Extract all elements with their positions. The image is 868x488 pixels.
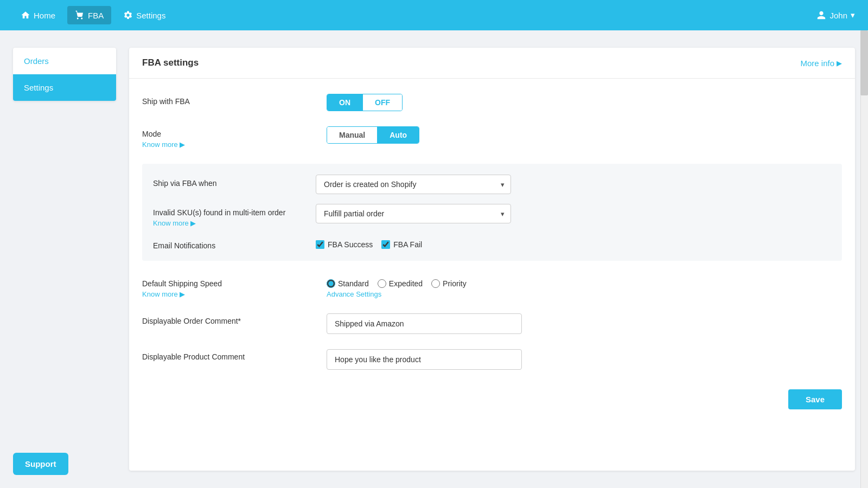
navbar: Home FBA Settings John ▾ [0, 0, 868, 30]
order-comment-row: Displayable Order Comment* [142, 313, 842, 334]
cart-icon [75, 10, 85, 20]
fba-success-checkbox-label[interactable]: FBA Success [316, 240, 373, 249]
mode-label-group: Mode Know more ▶ [142, 126, 327, 149]
ship-with-fba-control: ON OFF [327, 94, 842, 111]
email-notifications-checkboxes: FBA Success FBA Fail [316, 237, 422, 249]
order-comment-label: Displayable Order Comment* [142, 313, 327, 325]
radio-expedited[interactable]: Expedited [378, 279, 423, 288]
nav-fba-label: FBA [88, 11, 104, 20]
nav-fba[interactable]: FBA [67, 6, 111, 24]
more-info-arrow-icon: ▶ [837, 59, 842, 67]
panel-body: Ship with FBA ON OFF Mode Know more ▶ Ma… [129, 79, 855, 425]
radio-standard[interactable]: Standard [327, 279, 369, 288]
shipping-speed-label-group: Default Shipping Speed Know more ▶ [142, 276, 327, 298]
invalid-sku-know-more[interactable]: Know more ▶ [153, 219, 316, 227]
user-dropdown-arrow: ▾ [851, 10, 855, 20]
product-comment-control [327, 349, 842, 370]
nav-settings-label: Settings [136, 11, 165, 20]
mode-manual-button[interactable]: Manual [327, 127, 377, 143]
order-comment-input[interactable] [327, 313, 522, 334]
nav-settings[interactable]: Settings [116, 6, 173, 24]
user-label: John [829, 11, 847, 20]
mode-know-more[interactable]: Know more ▶ [142, 140, 327, 149]
sidebar-item-settings[interactable]: Settings [13, 74, 116, 101]
mode-row: Mode Know more ▶ Manual Auto [142, 126, 842, 149]
shipping-speed-know-more[interactable]: Know more ▶ [142, 290, 327, 298]
invalid-sku-label-group: Invalid SKU(s) found in multi-item order… [153, 204, 316, 227]
email-notifications-row: Email Notifications FBA Success FBA Fail [153, 237, 831, 250]
mode-auto-button[interactable]: Auto [377, 127, 419, 143]
shipping-speed-control: Standard Expedited Priority Advance Sett… [327, 276, 842, 298]
radio-priority[interactable]: Priority [431, 279, 467, 288]
gray-section: Ship via FBA when Order is created on Sh… [142, 164, 842, 261]
panel-title: FBA settings [142, 57, 199, 68]
save-button[interactable]: Save [788, 389, 842, 409]
page-layout: Orders Settings FBA settings More info ▶… [0, 30, 868, 488]
nav-user[interactable]: John ▾ [816, 10, 855, 20]
toggle-off-button[interactable]: OFF [362, 94, 402, 111]
toggle-on-button[interactable]: ON [327, 94, 362, 111]
more-info-link[interactable]: More info ▶ [800, 59, 842, 68]
ship-with-fba-toggle: ON OFF [327, 94, 403, 111]
ship-via-fba-select[interactable]: Order is created on Shopify Order is pai… [316, 175, 511, 194]
nav-home[interactable]: Home [13, 6, 63, 24]
email-notifications-label: Email Notifications [153, 237, 316, 250]
main-panel: FBA settings More info ▶ Ship with FBA O… [129, 48, 855, 471]
panel-header: FBA settings More info ▶ [129, 48, 855, 79]
scrollbar-track [860, 30, 868, 488]
user-icon [816, 10, 826, 20]
gear-icon [123, 10, 133, 20]
mode-toggle: Manual Auto [327, 126, 419, 144]
support-button[interactable]: Support [13, 453, 68, 475]
advance-settings-link[interactable]: Advance Settings [327, 290, 842, 298]
product-comment-input[interactable] [327, 349, 522, 370]
order-comment-control [327, 313, 842, 334]
sidebar-item-orders[interactable]: Orders [13, 48, 116, 74]
invalid-sku-select[interactable]: Fulfill partial order Cancel order Skip … [316, 204, 511, 223]
fba-fail-checkbox[interactable] [381, 240, 390, 249]
ship-with-fba-row: Ship with FBA ON OFF [142, 94, 842, 111]
ship-via-fba-label: Ship via FBA when [153, 175, 316, 188]
product-comment-row: Displayable Product Comment [142, 349, 842, 370]
invalid-sku-row: Invalid SKU(s) found in multi-item order… [153, 204, 831, 227]
shipping-speed-row: Default Shipping Speed Know more ▶ Stand… [142, 276, 842, 298]
scrollbar-thumb[interactable] [860, 30, 868, 95]
ship-via-fba-select-wrapper: Order is created on Shopify Order is pai… [316, 175, 511, 194]
radio-priority-input[interactable] [431, 279, 440, 288]
ship-via-fba-row: Ship via FBA when Order is created on Sh… [153, 175, 831, 194]
shipping-speed-radios: Standard Expedited Priority [327, 276, 842, 288]
home-icon [21, 10, 30, 20]
product-comment-label: Displayable Product Comment [142, 349, 327, 361]
radio-standard-input[interactable] [327, 279, 335, 288]
mode-control: Manual Auto [327, 126, 842, 144]
nav-home-label: Home [34, 11, 55, 20]
invalid-sku-select-wrapper: Fulfill partial order Cancel order Skip … [316, 204, 511, 223]
sidebar: Orders Settings [13, 48, 116, 101]
save-btn-row: Save [142, 385, 842, 409]
radio-expedited-input[interactable] [378, 279, 386, 288]
ship-with-fba-label: Ship with FBA [142, 94, 327, 106]
fba-fail-checkbox-label[interactable]: FBA Fail [381, 240, 422, 249]
nav-left: Home FBA Settings [13, 6, 173, 24]
fba-success-checkbox[interactable] [316, 240, 324, 249]
